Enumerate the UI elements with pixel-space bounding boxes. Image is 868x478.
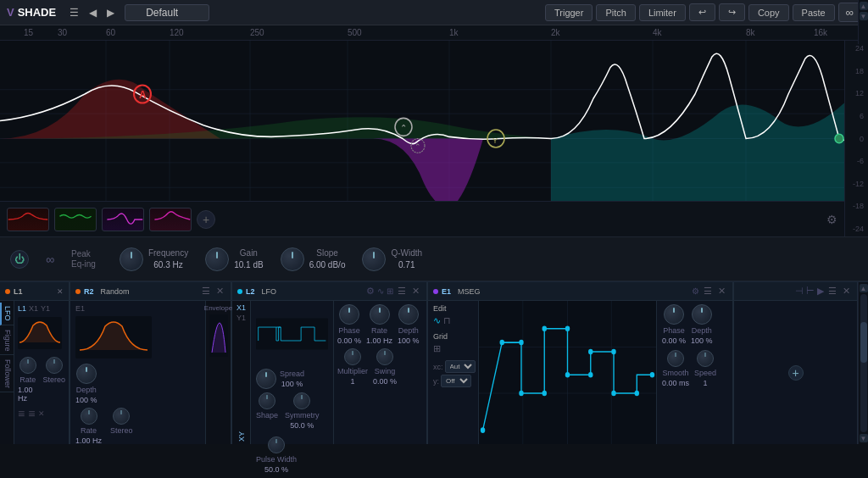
extra-tool-1[interactable]: ⊣ [795,286,804,297]
spread-label: Spread [280,370,304,378]
eq-scrollbar[interactable]: ▲ ▼ [858,0,868,44]
mod-scroll-track[interactable] [860,294,867,432]
e1-menu-btn[interactable]: ☰ [702,286,714,297]
gain-value: 10.1 dB [234,260,263,270]
x1-tab[interactable]: X1 [29,304,38,313]
hamburger-icon-2[interactable]: ≡ [28,407,35,420]
mult-knob[interactable] [344,348,361,365]
mod-scrollbar[interactable]: ▲ ▼ [858,282,868,444]
freq-knob[interactable] [120,247,143,271]
preset-selector[interactable]: Default [125,4,209,21]
l2-seq-icon[interactable]: ⊞ [387,286,393,296]
band-thumb-4[interactable] [149,208,192,231]
hamburger-icon-1[interactable]: ≡ [18,407,25,420]
e1-settings-icon[interactable]: ⚙ [692,286,699,296]
mseg-canvas[interactable] [479,301,656,444]
depth-knob-l2[interactable] [398,304,419,325]
trigger-button[interactable]: Trigger [545,4,593,21]
scroll-down[interactable]: ▼ [860,12,868,20]
depth-knob-r2[interactable] [76,364,97,384]
extra-menu-btn[interactable]: ☰ [826,286,838,297]
extra-header: ⊣ ⊢ ▶ ☰ ✕ [734,282,857,301]
e1-smooth-knob[interactable] [667,350,684,367]
xc-select[interactable]: Auto [445,360,476,373]
symmetry-value: 50.0 % [290,421,314,430]
grid-icon[interactable]: ⊞ [433,343,473,354]
e1-speed-knob[interactable] [697,350,714,367]
e1-sublabel: MSEG [458,287,481,296]
e1-close-btn[interactable]: ✕ [716,286,727,297]
band-thumb-1[interactable] [7,208,49,231]
close-icon-1[interactable]: ✕ [38,409,45,418]
extra-panel: ⊣ ⊢ ▶ ☰ ✕ + [734,282,858,444]
power-button[interactable]: ⏻ [10,250,29,269]
rate-knob-l2[interactable] [370,304,390,325]
pitch-button[interactable]: Pitch [596,4,635,21]
phase-knob[interactable] [339,304,359,325]
freq-16k: 16k [814,28,827,37]
pw-knob[interactable] [268,436,285,453]
l2-x1-label[interactable]: X1 [236,303,246,312]
l2-close-btn[interactable]: ✕ [410,286,421,297]
redo-button[interactable]: ↪ [719,3,745,21]
slope-knob[interactable] [281,247,304,271]
band-thumb-2[interactable] [54,208,97,231]
figure-tab[interactable]: Figure [0,326,14,356]
l2-phase-rate-row: Phase 0.00 % Rate 1.00 Hz Depth 100 % [337,304,423,345]
spread-knob[interactable] [256,369,276,389]
l2-menu-btn[interactable]: ☰ [396,286,408,297]
undo-button[interactable]: ↩ [689,3,715,21]
rate-knob-r2[interactable] [81,408,97,425]
svg-point-34 [481,427,485,433]
scroll-up[interactable]: ▲ [860,2,868,10]
gain-group: Gain 10.1 dB [234,248,263,270]
r2-menu-btn[interactable]: ☰ [200,286,212,297]
mod-scroll-up[interactable]: ▲ [860,284,868,292]
l1-tab[interactable]: L1 [18,304,26,313]
back-button[interactable]: ◀ [86,5,100,20]
edit-tool-1[interactable]: ∿ [433,315,441,326]
swing-knob[interactable] [376,348,393,365]
l2-wave-icon[interactable]: ∿ [377,286,384,296]
rate-knob[interactable] [19,357,36,374]
edit-tool-2[interactable]: ⊓ [443,315,451,326]
copy-button[interactable]: Copy [748,4,789,21]
e1-depth-value: 100 % [691,336,713,345]
extra-play-icon[interactable]: ▶ [817,286,824,297]
follower-tab[interactable]: Follower [0,356,14,392]
pw-col: Pulse Width 50.0 % [256,436,297,474]
stereo-knob-r2[interactable] [113,408,130,425]
svg-point-45 [611,391,615,397]
limiter-button[interactable]: Limiter [639,4,686,21]
extra-tool-2[interactable]: ⊢ [806,286,815,297]
r2-close-btn[interactable]: ✕ [214,286,225,297]
shape-label: Shape [256,411,278,420]
band-thumb-3[interactable] [102,208,144,231]
phase-knob-l2[interactable] [259,392,275,409]
mod-scroll-down[interactable]: ▼ [860,434,868,442]
paste-button[interactable]: Paste [793,4,835,21]
l2-params-row: Shape Symmetry 50.0 % Pulse Width 50.0 % [256,392,328,474]
l2-settings-icon[interactable]: ⚙ [366,286,375,297]
y-select[interactable]: Off [441,375,471,387]
lfo1-indicator [5,289,10,294]
extra-close-btn[interactable]: ✕ [841,286,852,297]
e1-tab[interactable]: E1 [75,304,85,313]
gain-knob[interactable] [205,247,229,271]
lfo-tab[interactable]: LFO [0,303,14,325]
add-mod-button[interactable]: + [788,365,804,381]
y1-tab[interactable]: Y1 [41,304,50,313]
e1-phase-knob[interactable] [664,304,684,325]
l2-y1-label[interactable]: Y1 [236,314,246,322]
symmetry-knob[interactable] [293,392,310,409]
qwidth-knob[interactable] [362,247,386,271]
menu-button[interactable]: ☰ [66,5,82,20]
band-settings-button[interactable]: ⚙ [826,213,837,226]
forward-button[interactable]: ▶ [103,5,118,20]
stereo-knob[interactable] [46,357,63,374]
lfo1-x-btn[interactable]: ✕ [57,287,64,296]
band-add-button[interactable]: + [197,210,215,229]
link-button[interactable]: ∞ [46,253,54,266]
band-strip: + ⚙ [0,201,844,236]
e1-depth-knob[interactable] [692,304,712,325]
